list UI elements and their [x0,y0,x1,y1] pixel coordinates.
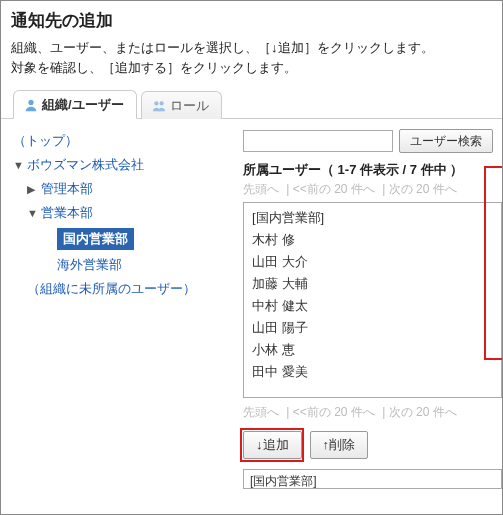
user-listbox[interactable]: [国内営業部] 木村 修 山田 大介 加藤 大輔 中村 健太 山田 陽子 小林 … [243,202,502,398]
search-button[interactable]: ユーザー検索 [399,129,493,153]
selected-listbox[interactable]: [国内営業部] [243,469,502,489]
list-item[interactable]: 加藤 大輔 [250,273,495,295]
tab-org-users-label: 組織/ユーザー [42,96,124,114]
svg-point-2 [159,101,163,105]
list-item[interactable]: 田中 愛美 [250,361,495,383]
action-row: ↓追加 ↑削除 [243,431,502,459]
pager-bottom: 先頭へ | <<前の 20 件へ | 次の 20 件へ [243,404,502,421]
toggle-open-icon[interactable]: ▼ [13,159,23,171]
list-item[interactable]: 山田 陽子 [250,317,495,339]
body: （トップ） ▼ ボウズマン株式会社 ▶ 管理本部 ▼ 営業本部 国内営業部 海外… [1,119,502,504]
person-icon [24,98,38,112]
list-item[interactable]: 中村 健太 [250,295,495,317]
tree-domestic-sales[interactable]: 国内営業部 [13,225,229,253]
tab-roles-label: ロール [170,97,209,115]
add-button[interactable]: ↓追加 [243,431,302,459]
toggle-closed-icon[interactable]: ▶ [27,183,37,196]
pager-prev[interactable]: <<前の 20 件へ [293,405,375,419]
header: 通知先の追加 組織、ユーザー、またはロールを選択し、［↓追加］をクリックします。… [1,1,502,83]
pager-first[interactable]: 先頭へ [243,182,279,196]
pager-next[interactable]: 次の 20 件へ [389,182,457,196]
page: 通知先の追加 組織、ユーザー、またはロールを選択し、［↓追加］をクリックします。… [0,0,503,515]
tab-bar: 組織/ユーザー ロール [1,89,502,119]
userlist-title: 所属ユーザー（ 1-7 件表示 / 7 件中 ） [243,161,502,179]
svg-point-1 [154,101,158,105]
pager-prev[interactable]: <<前の 20 件へ [293,182,375,196]
tree-selected-label: 国内営業部 [57,228,134,250]
list-item[interactable]: 小林 恵 [250,339,495,361]
tree-unassigned[interactable]: （組織に未所属のユーザー） [13,277,229,301]
people-icon [152,99,166,113]
org-tree: （トップ） ▼ ボウズマン株式会社 ▶ 管理本部 ▼ 営業本部 国内営業部 海外… [1,119,235,504]
list-item[interactable]: [国内営業部] [250,474,317,488]
tree-company[interactable]: ▼ ボウズマン株式会社 [13,153,229,177]
page-title: 通知先の追加 [11,9,492,32]
toggle-open-icon[interactable]: ▼ [27,207,37,219]
tree-dept-admin[interactable]: ▶ 管理本部 [13,177,229,201]
pager-next[interactable]: 次の 20 件へ [389,405,457,419]
list-item[interactable]: 山田 大介 [250,251,495,273]
tab-org-users[interactable]: 組織/ユーザー [13,90,137,119]
search-input[interactable] [243,130,393,152]
remove-button[interactable]: ↑削除 [310,431,369,459]
search-row: ユーザー検索 [243,129,502,153]
tree-dept-sales[interactable]: ▼ 営業本部 [13,201,229,225]
page-description: 組織、ユーザー、またはロールを選択し、［↓追加］をクリックします。 対象を確認し… [11,38,492,77]
tree-overseas-sales[interactable]: 海外営業部 [13,253,229,277]
right-panel: ユーザー検索 所属ユーザー（ 1-7 件表示 / 7 件中 ） 先頭へ | <<… [235,119,502,504]
list-item[interactable]: [国内営業部] [250,207,495,229]
pager-top: 先頭へ | <<前の 20 件へ | 次の 20 件へ [243,181,502,198]
tree-top[interactable]: （トップ） [13,129,229,153]
svg-point-0 [28,100,33,105]
tab-roles[interactable]: ロール [141,91,222,119]
list-item[interactable]: 木村 修 [250,229,495,251]
pager-first[interactable]: 先頭へ [243,405,279,419]
